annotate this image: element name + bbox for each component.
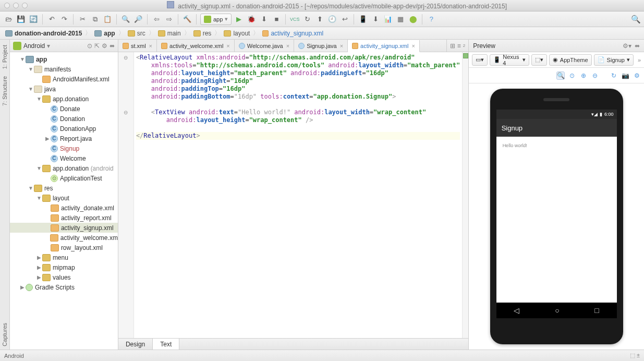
collapse-icon[interactable]: ⊙ [87, 42, 92, 50]
tree-gradle[interactable]: ▶Gradle Scripts [10, 282, 118, 292]
undo-icon[interactable]: ↶ [46, 14, 57, 25]
zoom-icon[interactable] [22, 3, 28, 8]
orientation-button[interactable]: ▭▾ [472, 54, 488, 66]
refresh-icon[interactable]: ↻ [610, 71, 618, 80]
gear-icon[interactable]: ⚙▾ [623, 42, 631, 50]
android-tool-icon[interactable]: ⬤ [408, 14, 418, 25]
editor-gutter[interactable]: ⊖⊖ [118, 52, 134, 338]
tab-text[interactable]: Text [153, 339, 179, 350]
tree-layout-row[interactable]: row_layout.xml [10, 243, 118, 252]
settings-icon[interactable]: ⚙ [102, 42, 107, 50]
tab-overflow[interactable]: ⊞ ≡2 [446, 40, 468, 52]
theme-selector[interactable]: ◉ AppTheme [549, 54, 592, 66]
tree-welcome[interactable]: CWelcome [10, 153, 118, 163]
attach-icon[interactable]: ⬇ [259, 14, 269, 25]
sync-icon[interactable]: 🔄 [28, 14, 39, 25]
breadcrumb-app[interactable]: app [92, 30, 117, 37]
zoom-fit-icon[interactable]: 🔍 [556, 71, 565, 80]
replace-icon[interactable]: 🔎 [133, 14, 143, 25]
zoom-actual-icon[interactable]: ⊙ [568, 71, 576, 80]
vcs-history-icon[interactable]: 🕘 [327, 14, 337, 25]
redo-icon[interactable]: ↷ [59, 14, 69, 25]
tree-applicationtest[interactable]: ⊙ApplicationTest [10, 173, 118, 183]
zoom-in-icon[interactable]: ⊕ [579, 71, 588, 80]
hide-icon[interactable]: ⬌ [110, 42, 115, 50]
editor-tab-4[interactable]: activity_signup.xml× [348, 40, 420, 52]
debug-button[interactable]: 🐞 [246, 14, 257, 25]
tree-report[interactable]: ▶CReport.java [10, 134, 118, 143]
tree-layout-welcome[interactable]: activity_welcome.xm [10, 233, 118, 243]
breadcrumb-file[interactable]: activity_signup.xml [260, 30, 325, 37]
tree-signup[interactable]: CSignup [10, 143, 118, 153]
tree-app[interactable]: ▼app [10, 54, 118, 64]
back-icon[interactable]: ⇦ [151, 14, 162, 25]
tree-values[interactable]: ▶values [10, 272, 118, 282]
monitor-icon[interactable]: 📊 [383, 14, 393, 25]
activity-selector[interactable]: 📄 Signup▾ [594, 54, 634, 66]
close-icon[interactable] [4, 3, 10, 8]
breadcrumb-src[interactable]: src [126, 30, 148, 37]
breadcrumb-layout[interactable]: layout [222, 30, 252, 37]
tree-pkg2[interactable]: ▼app.donation (android [10, 163, 118, 173]
editor-tab-1[interactable]: activity_welcome.xml× [157, 40, 235, 52]
tree-manifests[interactable]: ▼manifests [10, 64, 118, 74]
paste-icon[interactable]: 📋 [102, 14, 113, 25]
vcs-commit-icon[interactable]: ⬆ [314, 14, 325, 25]
breadcrumb-res[interactable]: res [191, 30, 214, 37]
tree-res[interactable]: ▼res [10, 183, 118, 193]
run-config-selector[interactable]: app ▾ [200, 14, 232, 25]
vcs-icon[interactable]: VCS [289, 14, 300, 25]
open-icon[interactable]: 🗁 [3, 14, 14, 25]
sdk-icon[interactable]: ⬇ [370, 14, 381, 25]
hide-preview-icon[interactable]: ⬌ [635, 42, 640, 50]
status-icon[interactable]: ⬚ ± [630, 352, 640, 359]
tab-design[interactable]: Design [118, 339, 153, 350]
zoom-out-icon[interactable]: ⊖ [591, 71, 599, 80]
editor-tab-2[interactable]: Welcome.java× [235, 40, 294, 52]
editor-tab-3[interactable]: Signup.java× [294, 40, 348, 52]
tree-pkg1[interactable]: ▼app.donation [10, 94, 118, 104]
avd-icon[interactable]: 📱 [358, 14, 368, 25]
tree-androidmanifest[interactable]: AndroidManifest.xml [10, 74, 118, 84]
forward-icon[interactable]: ⇨ [164, 14, 174, 25]
settings-preview-icon[interactable]: ⚙ [633, 71, 641, 80]
tree-donate[interactable]: CDonate [10, 104, 118, 114]
api-selector[interactable]: ⬚▾ [531, 54, 547, 66]
device-screen: ▾◢ ▮ 6:00 Signup Hello world! ◁ ○ □ [496, 110, 617, 318]
tree-donation[interactable]: CDonation [10, 114, 118, 124]
tab-structure[interactable]: 7: Structure [1, 73, 9, 109]
tree-layout-donate[interactable]: activity_donate.xml [10, 203, 118, 213]
tree-mipmap[interactable]: ▶mipmap [10, 262, 118, 272]
tree-layout-report[interactable]: activity_report.xml [10, 213, 118, 223]
screenshot-icon[interactable]: 📷 [621, 71, 629, 80]
minimize-icon[interactable] [13, 3, 19, 8]
stop-icon[interactable]: ■ [271, 14, 282, 25]
tree-layout-signup[interactable]: activity_signup.xml [10, 223, 118, 233]
tree-donationapp[interactable]: CDonationApp [10, 124, 118, 134]
tab-project[interactable]: 1: Project [1, 42, 9, 72]
tree-layout[interactable]: ▼layout [10, 193, 118, 203]
run-button[interactable]: ▶ [234, 14, 244, 25]
project-tree[interactable]: ▼app ▼manifests AndroidManifest.xml ▼jav… [10, 52, 118, 350]
code-editor[interactable]: <RelativeLayout xmlns:android="http://sc… [134, 52, 462, 338]
find-icon[interactable]: 🔍 [120, 14, 131, 25]
cut-icon[interactable]: ✂ [77, 14, 88, 25]
search-icon[interactable]: 🔍 [630, 14, 641, 25]
tree-java[interactable]: ▼java [10, 84, 118, 94]
device-selector[interactable]: 📱 Nexus 4▾ [490, 54, 529, 66]
tree-menu[interactable]: ▶menu [10, 252, 118, 262]
project-view-label[interactable]: Android [23, 42, 45, 50]
tab-captures[interactable]: Captures [1, 320, 9, 350]
save-icon[interactable]: 💾 [16, 14, 26, 25]
layout-icon[interactable]: ▦ [395, 14, 406, 25]
copy-icon[interactable]: ⧉ [90, 14, 100, 25]
build-icon[interactable]: 🔨 [182, 14, 192, 25]
error-stripe[interactable] [462, 52, 468, 338]
breadcrumb-project[interactable]: donation-android-2015 [3, 30, 84, 37]
help-icon[interactable]: ? [426, 14, 436, 25]
editor-tab-0[interactable]: st.xml× [118, 40, 157, 52]
scroll-from-icon[interactable]: ⇱ [94, 42, 100, 50]
vcs-revert-icon[interactable]: ↩ [339, 14, 350, 25]
breadcrumb-main[interactable]: main [156, 30, 183, 37]
vcs-update-icon[interactable]: ↻ [302, 14, 312, 25]
